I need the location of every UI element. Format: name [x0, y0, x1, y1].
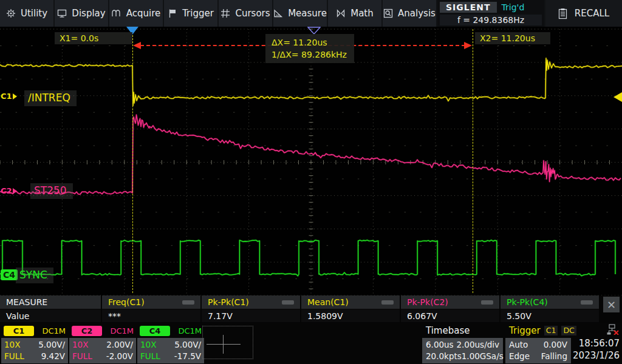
collapse-stat-button[interactable]	[282, 300, 294, 305]
stat-value: 1.5809V	[301, 309, 400, 322]
trigger-slope: Falling	[541, 352, 567, 361]
channel4-position-marker[interactable]: C4	[1, 269, 18, 280]
menu-measure[interactable]: Measure	[273, 0, 327, 27]
menu-cursors[interactable]: Cursors	[219, 0, 272, 27]
measure-stat-pkpk-c2[interactable]: Pk-Pk(C2) 6.067V	[401, 295, 499, 323]
bandwidth-label: FULL	[140, 352, 160, 361]
measure-stat-pkpk-c4[interactable]: Pk-Pk(C4) 5.50V	[501, 295, 599, 323]
menu-measure-label: Measure	[288, 8, 327, 19]
right-arrow-icon	[13, 93, 17, 99]
menu-cursors-label: Cursors	[235, 8, 270, 19]
channel4-trace-label: SYNC	[16, 268, 53, 283]
collapse-stat-button[interactable]	[581, 300, 593, 305]
menu-analysis-label: Analysis	[398, 8, 436, 19]
offset-value: -17.5V	[174, 352, 201, 361]
channel1-badge[interactable]: C1	[4, 326, 34, 336]
coupling-label: DC1M	[42, 326, 66, 335]
measure-stat-freq-c1[interactable]: Freq(C1) ***	[102, 295, 200, 323]
close-measure-button[interactable]: ✕	[603, 297, 620, 312]
menu-acquire[interactable]: Acquire	[109, 0, 163, 27]
flag-icon	[168, 8, 177, 18]
waveform-plot	[0, 27, 622, 295]
atten-label: 10X	[72, 340, 88, 349]
right-arrow-icon	[13, 188, 17, 194]
measure-stat-mean-c1[interactable]: Mean(C1) 1.5809V	[301, 295, 400, 323]
menu-math[interactable]: Math	[328, 0, 381, 27]
top-menu-bar: Utility Display Acquire Trigger Cursors	[0, 0, 622, 27]
recall-label: RECALL	[575, 8, 609, 19]
bottom-status-bar: C1 DC1M 10X5.00V/ FULL9.42V C2 DC1M 10X2…	[0, 323, 622, 364]
recall-button[interactable]: RECALL	[545, 0, 622, 27]
menu-display[interactable]: Display	[55, 0, 108, 27]
timebase-sample-rate: 1.00GSa/s	[462, 352, 504, 361]
trigger-box[interactable]: Trigger C1 DC Auto0.00V EdgeFalling	[505, 325, 571, 363]
clipboard-icon	[558, 8, 567, 19]
waveform-area: X1= 0.0s ΔX= 11.20us 1/ΔX= 89.286kHz X2=…	[0, 27, 622, 295]
channel2-box[interactable]: C2 DC1M 10X2.00V/ FULL-2.00V	[69, 325, 136, 362]
delay-indicator-box[interactable]	[202, 326, 253, 359]
cursor-dx-value: ΔX= 11.20us	[272, 36, 348, 49]
menu-analysis[interactable]: Analysis	[383, 0, 436, 27]
channel2-badge[interactable]: C2	[72, 326, 102, 336]
trigger-source-chip: C1	[544, 326, 558, 335]
set-square-icon	[273, 8, 283, 18]
stat-value: ***	[102, 309, 200, 322]
channel1-trace-label: /INTREQ	[24, 90, 77, 106]
offset-value: 9.42V	[41, 352, 65, 361]
cursor-x2-line[interactable]	[473, 29, 473, 293]
channel2-trace-label: ST250	[30, 183, 73, 199]
collapse-stat-button[interactable]	[381, 300, 394, 305]
measure-row-label: Value	[0, 309, 101, 322]
stat-value: 7.17V	[202, 309, 300, 322]
channel1-position-marker[interactable]: C1	[1, 92, 17, 101]
network-disconnected-icon[interactable]	[606, 324, 620, 335]
cursor-x1-line[interactable]	[132, 29, 133, 293]
gear-icon	[6, 8, 16, 18]
scale-value: 5.00V/	[174, 340, 201, 349]
magnifier-icon	[383, 8, 393, 18]
menu-utility[interactable]: Utility	[0, 0, 53, 27]
collapse-stat-button[interactable]	[182, 300, 194, 305]
cursors-grid-icon	[220, 8, 230, 18]
timebase-box[interactable]: Timebase 6.00us2.00us/div 20.0kpts1.00GS…	[422, 325, 503, 363]
timebase-points: 20.0kpts	[426, 352, 462, 361]
oscilloscope-screen: Utility Display Acquire Trigger Cursors	[0, 0, 622, 364]
delta-arrow-left-icon	[133, 42, 141, 49]
clock-box: 18:56:07 2023/1/26	[565, 324, 620, 362]
time-display: 18:56:07	[565, 337, 620, 349]
atten-label: 10X	[4, 340, 20, 349]
menu-display-label: Display	[72, 8, 105, 19]
trigger-mode: Auto	[509, 340, 528, 349]
trigger-status-badge: Trig'd	[502, 2, 525, 12]
bandwidth-label: FULL	[72, 352, 92, 361]
display-icon	[57, 8, 67, 18]
date-display: 2023/1/26	[565, 349, 620, 362]
bandwidth-label: FULL	[4, 352, 24, 361]
delta-arrow-right-icon	[464, 42, 472, 49]
trigger-title: Trigger	[509, 325, 541, 336]
menu-trigger[interactable]: Trigger	[164, 0, 217, 27]
trigger-level: 0.00V	[544, 340, 567, 349]
atten-label: 10X	[140, 340, 156, 349]
channel2-position-marker[interactable]: C2	[1, 186, 17, 195]
channel1-box[interactable]: C1 DC1M 10X5.00V/ FULL9.42V	[1, 325, 68, 362]
measure-stat-pkpk-c1[interactable]: Pk-Pk(C1) 7.17V	[202, 295, 300, 323]
cursor-x2-label: X2= 11.20us	[475, 32, 550, 44]
menu-utility-label: Utility	[21, 8, 47, 19]
channel4-box[interactable]: C4 DC1M 10X5.00V/ FULL-17.5V	[137, 325, 204, 362]
collapse-stat-button[interactable]	[481, 300, 493, 305]
cursor-inv-dx-value: 1/ΔX= 89.286kHz	[272, 49, 348, 61]
trigger-type: Edge	[509, 352, 530, 361]
menu-math-label: Math	[350, 8, 374, 19]
bowtie-icon	[336, 8, 346, 18]
brand-block: SIGLENT Trig'd f = 249.8368Hz	[437, 0, 544, 27]
stat-value: 6.067V	[401, 309, 499, 322]
channel4-badge[interactable]: C4	[140, 326, 170, 336]
crosshair-icon	[207, 344, 241, 345]
stat-value: 5.50V	[501, 309, 599, 322]
coupling-label: DC1M	[178, 326, 202, 335]
measure-label-column: MEASURE Value	[0, 295, 101, 323]
trigger-level-marker[interactable]	[613, 92, 622, 102]
timebase-delay: 6.00us	[426, 340, 454, 349]
measure-bar: MEASURE Value Freq(C1) *** Pk-Pk(C1) 7.1…	[0, 295, 622, 323]
